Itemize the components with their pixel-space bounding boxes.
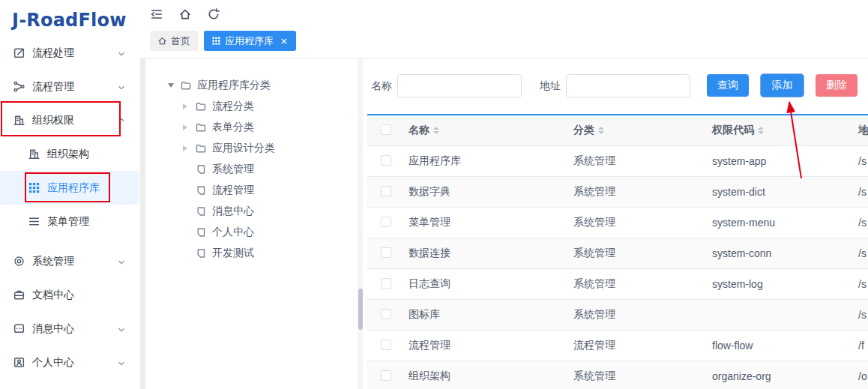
row-checkbox[interactable]	[381, 247, 391, 258]
user-card-icon	[13, 356, 25, 369]
cell-code: system-menu	[712, 217, 858, 229]
column-header-name[interactable]: 名称	[409, 124, 573, 137]
table-row[interactable]: 流程管理 流程管理 flow-flow /f	[367, 331, 868, 361]
file-icon	[195, 247, 207, 259]
tree-item-flow-manage[interactable]: 流程管理	[147, 180, 358, 201]
table-row[interactable]: 数据连接 系统管理 system-conn /s	[367, 238, 868, 269]
row-checkbox[interactable]	[381, 370, 391, 381]
cell-address: /s	[858, 309, 868, 321]
row-checkbox[interactable]	[381, 186, 391, 196]
sidebar-item-personal-center[interactable]: 个人中心	[0, 346, 139, 379]
refresh-icon[interactable]	[207, 7, 220, 21]
tree-toggle[interactable]	[183, 145, 193, 151]
chevron-down-icon	[117, 82, 126, 91]
sidebar-nav: 流程处理 流程管理 组织权限 组织架构 应用程序库 菜单管理 系统管理 文档中心…	[0, 36, 139, 379]
file-icon	[195, 205, 207, 217]
table-row[interactable]: 应用程序库 系统管理 system-app /s	[367, 146, 868, 177]
cell-name: 应用程序库	[409, 154, 573, 168]
sidebar-item-label: 流程管理	[32, 80, 74, 94]
folder-icon	[195, 121, 207, 133]
tab-home[interactable]: 首页	[150, 31, 198, 51]
row-checkbox[interactable]	[381, 155, 391, 166]
table-row[interactable]: 日志查询 系统管理 system-log /s	[367, 269, 868, 300]
tab-label: 应用程序库	[225, 34, 274, 48]
sidebar-item-message-center[interactable]: 消息中心	[0, 312, 139, 346]
row-checkbox[interactable]	[381, 217, 391, 227]
tab-app-library[interactable]: 应用程序库	[204, 31, 296, 51]
row-checkbox[interactable]	[381, 278, 391, 289]
tree-item-dev-test[interactable]: 开发测试	[147, 243, 358, 264]
cell-code: system-app	[712, 155, 858, 167]
cell-category: 系统管理	[573, 185, 712, 199]
name-filter-input[interactable]	[397, 74, 522, 97]
tree-item-form-category[interactable]: 表单分类	[147, 117, 358, 138]
chevron-up-icon	[117, 116, 126, 125]
sidebar-item-menu-manage[interactable]: 菜单管理	[0, 205, 139, 238]
address-filter-label: 地址	[540, 73, 561, 97]
sort-carets-icon[interactable]	[598, 127, 604, 134]
app-grid-icon	[28, 181, 40, 194]
tree-toggle[interactable]	[183, 103, 193, 109]
table-row[interactable]: 数据字典 系统管理 system-dict /s	[367, 177, 868, 208]
address-filter-input[interactable]	[566, 74, 690, 97]
tree-item-app-design-category[interactable]: 应用设计分类	[147, 138, 358, 159]
sidebar-item-label: 流程处理	[32, 46, 74, 60]
delete-button[interactable]: 删除	[816, 74, 858, 97]
tree-item-message-center[interactable]: 消息中心	[147, 201, 358, 222]
add-button[interactable]: 添加	[761, 74, 804, 97]
sort-carets-icon[interactable]	[758, 127, 764, 134]
sidebar-item-flow-process[interactable]: 流程处理	[0, 36, 139, 70]
sidebar-item-label: 应用程序库	[47, 181, 100, 195]
file-icon	[195, 163, 207, 175]
cell-address: /s	[858, 278, 868, 290]
sidebar-item-system-manage[interactable]: 系统管理	[0, 244, 139, 278]
collapse-icon[interactable]	[150, 7, 163, 21]
table-row[interactable]: 图标库 系统管理 /s	[367, 300, 868, 331]
tab-bar: 首页 应用程序库	[150, 31, 296, 51]
sidebar-item-org-structure[interactable]: 组织架构	[0, 137, 139, 171]
home-icon	[157, 36, 167, 46]
column-header-category[interactable]: 分类	[573, 124, 712, 137]
sort-carets-icon[interactable]	[433, 127, 439, 134]
tree-item-label: 应用设计分类	[212, 142, 275, 155]
cell-address: /s	[858, 155, 868, 167]
cell-category: 系统管理	[573, 308, 712, 322]
app-logo: J-RoadFlow	[0, 0, 139, 31]
sidebar-item-label: 组织权限	[32, 114, 74, 127]
tree-item-label: 流程管理	[212, 184, 254, 197]
table-body: 应用程序库 系统管理 system-app /s 数据字典 系统管理 syste…	[367, 146, 868, 389]
sidebar-item-app-library[interactable]: 应用程序库	[0, 171, 139, 205]
cell-code: flow-flow	[712, 340, 858, 352]
select-all-cell	[367, 124, 409, 137]
select-all-checkbox[interactable]	[381, 124, 391, 135]
content-left-divider	[140, 58, 145, 389]
tree-item-label: 流程分类	[212, 100, 254, 113]
sidebar-item-doc-center[interactable]: 文档中心	[0, 278, 139, 312]
sidebar-item-org-permission[interactable]: 组织权限	[0, 103, 139, 137]
row-checkbox[interactable]	[381, 340, 391, 350]
column-header-address[interactable]: 地址	[858, 124, 868, 137]
column-header-code[interactable]: 权限代码	[712, 124, 858, 137]
cell-name: 图标库	[409, 308, 573, 322]
row-checkbox[interactable]	[381, 309, 391, 319]
table-header: 名称分类权限代码地址	[367, 115, 868, 146]
home-icon[interactable]	[178, 7, 192, 21]
tree-item-flow-category[interactable]: 流程分类	[147, 96, 358, 117]
tree-item-label: 表单分类	[212, 121, 254, 134]
message-icon	[13, 322, 25, 335]
briefcase-icon	[13, 289, 25, 301]
app-grid-icon	[211, 36, 221, 46]
tree-item-personal-center[interactable]: 个人中心	[147, 222, 358, 243]
tree-item-system-manage[interactable]: 系统管理	[147, 159, 358, 180]
sidebar-item-flow-manage[interactable]: 流程管理	[0, 70, 139, 103]
tab-label: 首页	[171, 34, 190, 48]
query-button[interactable]: 查询	[707, 74, 749, 97]
tree-toggle[interactable]	[183, 124, 193, 130]
org-icon	[13, 114, 25, 127]
close-icon[interactable]	[280, 37, 289, 46]
tree-toggle[interactable]	[168, 83, 178, 88]
table-row[interactable]: 菜单管理 系统管理 system-menu /s	[367, 208, 868, 238]
table-row[interactable]: 组织架构 系统管理 organize-org /o	[367, 361, 868, 389]
tree-item-app-lib-category[interactable]: 应用程序库分类	[147, 75, 358, 96]
tree-scrollbar-thumb[interactable]	[358, 289, 363, 330]
